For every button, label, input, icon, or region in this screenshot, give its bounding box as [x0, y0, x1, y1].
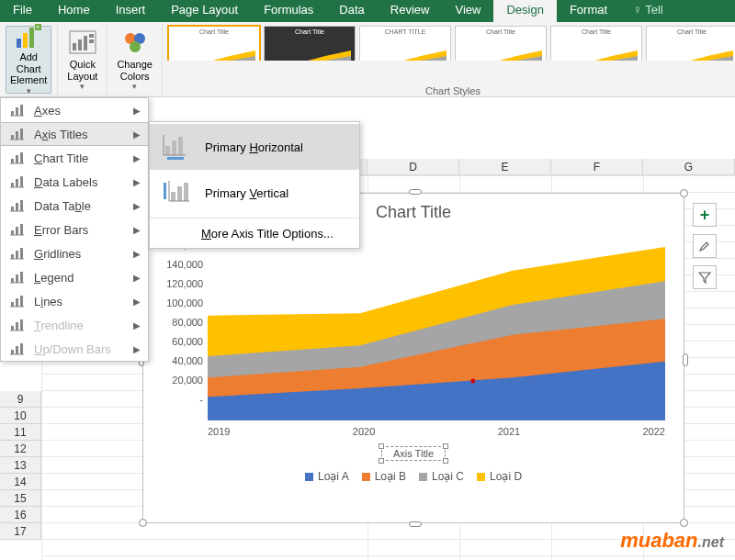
svg-point-70: [470, 379, 475, 384]
svg-rect-15: [16, 107, 18, 116]
legend-item[interactable]: Loại C: [419, 470, 464, 483]
tab-review[interactable]: Review: [378, 0, 443, 22]
chart-style-thumb-6[interactable]: Chart Title: [646, 26, 735, 61]
legend-swatch: [305, 473, 313, 481]
tab-formulas[interactable]: Formulas: [251, 0, 326, 22]
x-axis-labels: 2019202020212022: [143, 420, 684, 437]
chart-filter-button[interactable]: [693, 265, 717, 289]
svg-rect-8: [84, 36, 87, 50]
menu-legend[interactable]: Legend▶: [1, 265, 148, 289]
svg-rect-1: [23, 33, 28, 48]
chart-styles-gallery[interactable]: Chart Title Chart Title CHART TITLE Char…: [163, 22, 735, 61]
svg-rect-52: [20, 319, 23, 330]
menu-item-label: Chart Title: [27, 151, 133, 165]
svg-rect-18: [11, 135, 14, 140]
col-f[interactable]: F: [551, 159, 643, 175]
menu-data-labels[interactable]: Data Labels▶: [1, 170, 148, 194]
row-12[interactable]: 12: [0, 441, 41, 457]
brush-icon: [697, 239, 712, 253]
svg-text:+: +: [36, 24, 40, 31]
tell-me[interactable]: ♀ Tell: [620, 0, 676, 22]
menu-item-icon: [8, 102, 27, 118]
row-10[interactable]: 10: [0, 408, 41, 424]
svg-rect-69: [164, 183, 166, 199]
menu-lines[interactable]: Lines▶: [1, 289, 148, 313]
col-d[interactable]: D: [368, 159, 459, 175]
tab-home[interactable]: Home: [45, 0, 103, 22]
chart-style-thumb-3[interactable]: CHART TITLE: [359, 26, 451, 61]
legend-item[interactable]: Loại A: [305, 470, 349, 483]
legend-item[interactable]: Loại B: [362, 470, 406, 483]
more-axis-title-options[interactable]: More Axis Title Options...: [150, 220, 359, 246]
row-14[interactable]: 14: [0, 474, 41, 490]
svg-rect-58: [165, 146, 170, 155]
tab-view[interactable]: View: [442, 0, 493, 22]
primary-vertical-item[interactable]: Primary Vertical: [150, 170, 359, 216]
tab-design[interactable]: Design: [493, 0, 556, 22]
svg-rect-7: [78, 39, 82, 50]
caret-down-icon: ▾: [132, 82, 137, 91]
chevron-right-icon: ▶: [133, 297, 141, 307]
chart-styles-button[interactable]: [693, 234, 717, 258]
svg-rect-36: [20, 224, 23, 235]
tab-insert[interactable]: Insert: [103, 0, 159, 22]
row-11[interactable]: 11: [0, 424, 41, 441]
chart-style-thumb-1[interactable]: Chart Title: [168, 26, 260, 61]
row-9[interactable]: 9: [0, 391, 41, 408]
menu-error-bars[interactable]: Error Bars▶: [1, 218, 148, 241]
row-headers: 91011121314151617: [0, 391, 41, 540]
svg-rect-44: [20, 272, 23, 283]
svg-rect-40: [20, 248, 23, 259]
menu-chart-title[interactable]: Chart Title▶: [1, 146, 148, 170]
tab-format[interactable]: Format: [557, 0, 620, 22]
primary-horizontal-item[interactable]: Primary Horizontal: [150, 124, 359, 170]
quick-layout-button[interactable]: Quick Layout ▾: [63, 26, 101, 94]
svg-rect-19: [16, 131, 18, 140]
svg-rect-64: [171, 192, 175, 201]
svg-rect-2: [29, 28, 34, 48]
ribbon-tabs: File Home Insert Page Layout Formulas Da…: [0, 0, 735, 22]
menu-item-icon: [8, 341, 27, 357]
svg-rect-6: [73, 43, 76, 50]
row-16[interactable]: 16: [0, 507, 41, 523]
legend-item[interactable]: Loại D: [477, 470, 522, 483]
svg-rect-42: [11, 278, 14, 283]
primary-vertical-icon: [161, 176, 194, 209]
svg-rect-60: [178, 137, 183, 155]
legend-label: Loại C: [432, 470, 464, 483]
legend-swatch: [419, 473, 427, 481]
svg-rect-38: [11, 254, 14, 259]
row-17[interactable]: 17: [0, 523, 41, 540]
add-chart-element-button[interactable]: + Add Chart Element ▾: [6, 26, 51, 94]
watermark: muaban.net: [620, 529, 724, 553]
area-chart-svg: [208, 228, 665, 420]
menu-item-icon: [8, 150, 27, 166]
menu-item-icon: [8, 197, 27, 214]
tab-data[interactable]: Data: [326, 0, 377, 22]
axis-title-editor[interactable]: Axis Title: [381, 446, 446, 461]
caret-down-icon: ▾: [80, 82, 85, 91]
menu-axes[interactable]: Axes▶: [1, 98, 148, 122]
axis-titles-submenu: Primary Horizontal Primary Vertical More…: [149, 121, 360, 249]
svg-rect-24: [20, 152, 23, 163]
col-g[interactable]: G: [643, 159, 735, 175]
add-chart-element-label: Add Chart Element: [10, 51, 47, 86]
col-e[interactable]: E: [459, 159, 551, 175]
chart-style-thumb-4[interactable]: Chart Title: [455, 26, 547, 61]
menu-axis-titles[interactable]: Axis Titles▶: [1, 122, 148, 146]
tab-page-layout[interactable]: Page Layout: [158, 0, 251, 22]
row-13[interactable]: 13: [0, 457, 41, 474]
chart-style-thumb-2[interactable]: Chart Title: [264, 26, 356, 61]
menu-data-table[interactable]: Data Table▶: [1, 194, 148, 218]
row-15[interactable]: 15: [0, 490, 41, 507]
plot-area[interactable]: 180,000160,000140,000120,000100,00080,00…: [208, 228, 665, 420]
change-colors-icon: [121, 28, 149, 57]
menu-gridlines[interactable]: Gridlines▶: [1, 241, 148, 265]
tab-file[interactable]: File: [0, 0, 45, 22]
svg-rect-35: [16, 227, 18, 235]
chart-legend[interactable]: Loại ALoại BLoại CLoại D: [143, 470, 684, 483]
chevron-right-icon: ▶: [133, 201, 141, 211]
chart-elements-button[interactable]: +: [693, 203, 717, 227]
chart-style-thumb-5[interactable]: Chart Title: [550, 26, 642, 61]
change-colors-button[interactable]: Change Colors ▾: [113, 26, 156, 94]
